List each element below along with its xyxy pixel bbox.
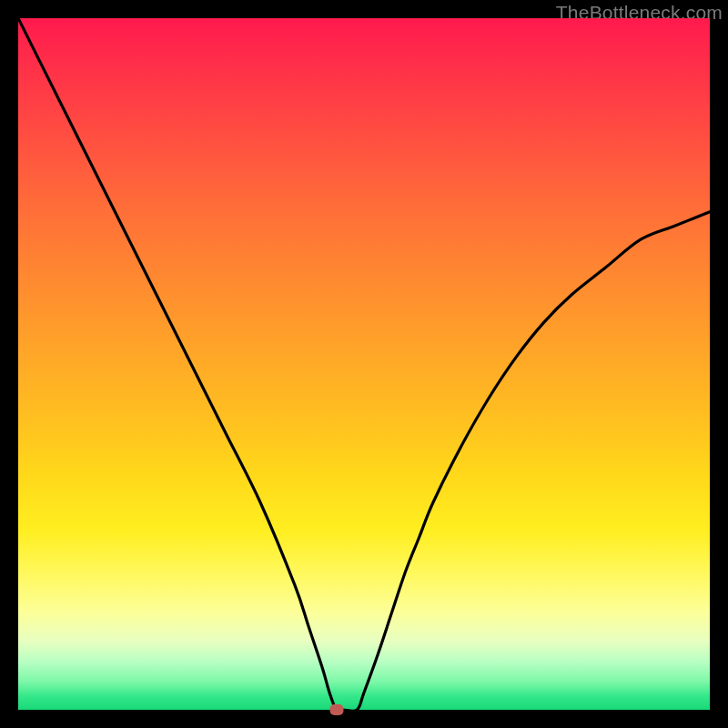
curve-svg	[18, 18, 710, 710]
plot-area	[18, 18, 710, 710]
bottleneck-curve	[18, 18, 710, 710]
optimal-point-marker	[329, 704, 343, 715]
chart-frame: TheBottleneck.com	[0, 0, 728, 728]
